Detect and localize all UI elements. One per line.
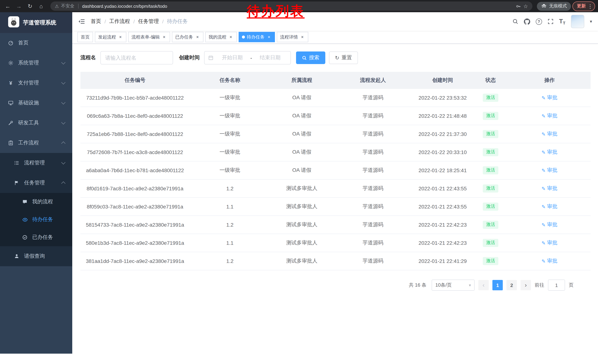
prev-page-button[interactable]: ‹ [478, 280, 489, 290]
browser-menu-icon[interactable]: ⋮ [588, 3, 593, 9]
task-id: 58154733-7ac8-11ec-a9e2-a2380e71991a [80, 216, 190, 234]
sidebar-item-home[interactable]: 首页 [0, 33, 72, 53]
close-icon[interactable]: × [300, 34, 305, 40]
tab-home[interactable]: 首页 [77, 32, 93, 42]
incognito-badge: 无痕模式 [537, 2, 571, 11]
github-icon[interactable] [524, 18, 530, 25]
tab-done-tasks[interactable]: 已办任务 × [172, 32, 203, 42]
edit-icon: ✎ [541, 95, 546, 101]
sidebar-item-leave-query[interactable]: 请假查询 [0, 246, 72, 266]
chevron-down-icon[interactable]: ▾ [590, 19, 592, 24]
sidebar-item-infrastructure[interactable]: 基础设施 [0, 93, 72, 113]
approve-link[interactable]: ✎审批 [541, 203, 557, 210]
close-icon[interactable]: × [162, 34, 167, 40]
approve-link[interactable]: ✎审批 [541, 185, 557, 192]
process-name: 测试多审批人 [270, 234, 333, 252]
close-icon[interactable]: × [118, 34, 123, 40]
col-task-id: 任务编号 [80, 72, 190, 89]
task-name: 一级审批 [190, 89, 270, 107]
font-size-icon[interactable]: TT [559, 18, 565, 25]
table-row: 8f059c03-7ac8-11ec-a9e2-a2380e71991a 1.1… [80, 198, 590, 216]
process-starter: 芋道源码 [333, 143, 413, 161]
start-date-placeholder[interactable]: 开始日期 [216, 54, 249, 61]
process-starter: 芋道源码 [333, 161, 413, 179]
create-time: 2022-01-21 22:43:55 [413, 198, 473, 216]
incognito-icon [541, 3, 547, 9]
page-button-2[interactable]: 2 [507, 280, 517, 290]
page-size-select[interactable]: 10条/页 ▾ [432, 280, 475, 291]
update-chip[interactable]: 更新 ⋮ [573, 1, 595, 11]
approve-link[interactable]: ✎审批 [541, 167, 557, 174]
edit-icon: ✎ [541, 240, 546, 246]
close-icon[interactable]: × [266, 34, 272, 40]
sidebar-item-task-management[interactable]: 任务管理 [0, 173, 72, 193]
sidebar-item-devtools[interactable]: 研发工具 [0, 113, 72, 133]
bookmark-star-icon[interactable]: ☆ [523, 3, 528, 9]
close-icon[interactable]: × [228, 34, 233, 40]
approve-link[interactable]: ✎审批 [541, 258, 557, 264]
end-date-placeholder[interactable]: 结束日期 [254, 54, 287, 61]
browser-back-icon[interactable]: ← [3, 1, 13, 11]
create-time: 2022-01-22 23:53:32 [413, 89, 473, 107]
browser-forward-icon[interactable]: → [14, 1, 24, 11]
tab-todo-tasks[interactable]: 待办任务 × [239, 32, 275, 42]
filter-bar: 流程名 创建时间 开始日期 - 结束日期 搜索 ↻ 重置 [80, 51, 590, 65]
browser-reload-icon[interactable]: ↻ [25, 1, 35, 11]
tab-start-process[interactable]: 发起流程 × [95, 32, 126, 42]
logo-image [8, 16, 19, 29]
breadcrumb-task-management[interactable]: 任务管理 [138, 18, 159, 25]
browser-home-icon[interactable]: ⌂ [36, 1, 46, 11]
date-range-picker[interactable]: 开始日期 - 结束日期 [204, 51, 291, 65]
breadcrumb-workflow[interactable]: 工作流程 [109, 18, 130, 25]
password-key-icon[interactable] [516, 4, 521, 9]
task-name: 1.1 [190, 198, 270, 216]
sidebar-menu: 首页 系统管理 ¥ 支付管理 基础设施 [0, 33, 72, 266]
app-logo[interactable]: 芋道管理系统 [0, 12, 72, 33]
avatar[interactable] [571, 15, 584, 28]
sidebar-item-process-management[interactable]: 流程管理 [0, 153, 72, 173]
tab-my-processes[interactable]: 我的流程 × [205, 32, 237, 42]
yen-icon: ¥ [8, 80, 14, 86]
sidebar-item-system[interactable]: 系统管理 [0, 53, 72, 73]
list-icon [13, 160, 20, 166]
task-id: 8f0d1619-7ac8-11ec-a9e2-a2380e71991a [80, 179, 190, 198]
sidebar-item-my-processes[interactable]: 我的流程 [0, 193, 72, 211]
task-id: 381aa1dd-7ac8-11ec-a9e2-a2380e71991a [80, 252, 190, 270]
sidebar-item-label: 系统管理 [18, 60, 39, 66]
page-button-1[interactable]: 1 [492, 280, 503, 290]
goto-page-input[interactable] [548, 280, 565, 291]
tab-process-detail[interactable]: 流程详情 × [277, 32, 308, 42]
approve-link[interactable]: ✎审批 [541, 149, 557, 155]
app-title: 芋道管理系统 [23, 19, 56, 26]
sidebar-item-workflow[interactable]: 工作流程 [0, 133, 72, 153]
close-icon[interactable]: × [195, 34, 200, 40]
edit-icon: ✎ [541, 131, 546, 137]
breadcrumb-home[interactable]: 首页 [91, 18, 101, 25]
approve-link[interactable]: ✎审批 [541, 221, 557, 228]
chat-icon [22, 199, 28, 205]
col-starter: 流程发起人 [333, 72, 413, 89]
process-starter: 芋道源码 [333, 198, 413, 216]
tabs-bar: 首页 发起流程 × 流程表单-编辑 × 已办任务 × 我的流程 × 待办任务 ×… [72, 31, 598, 44]
approve-link[interactable]: ✎审批 [541, 113, 557, 119]
reset-button[interactable]: ↻ 重置 [329, 51, 358, 64]
tab-process-form-edit[interactable]: 流程表单-编辑 × [128, 32, 170, 42]
clipboard-icon [8, 140, 14, 146]
sidebar-item-done-tasks[interactable]: 已办任务 [0, 228, 72, 246]
search-button[interactable]: 搜索 [296, 51, 325, 64]
task-name: 1.2 [190, 179, 270, 198]
help-icon[interactable]: ? [536, 18, 542, 25]
sidebar-item-payment[interactable]: ¥ 支付管理 [0, 73, 72, 93]
search-icon[interactable] [512, 18, 518, 24]
approve-link[interactable]: ✎审批 [541, 94, 557, 101]
process-name-input[interactable] [100, 51, 173, 65]
next-page-button[interactable]: › [521, 280, 531, 290]
sidebar-item-todo-tasks[interactable]: 待办任务 [0, 211, 72, 228]
sidebar-toggle-icon[interactable] [78, 18, 85, 24]
total-count: 共 16 条 [409, 282, 426, 289]
approve-link[interactable]: ✎审批 [541, 240, 557, 246]
approve-link[interactable]: ✎审批 [541, 131, 557, 138]
process-starter: 芋道源码 [333, 125, 413, 143]
flag-icon [13, 180, 20, 186]
fullscreen-icon[interactable] [548, 18, 554, 24]
